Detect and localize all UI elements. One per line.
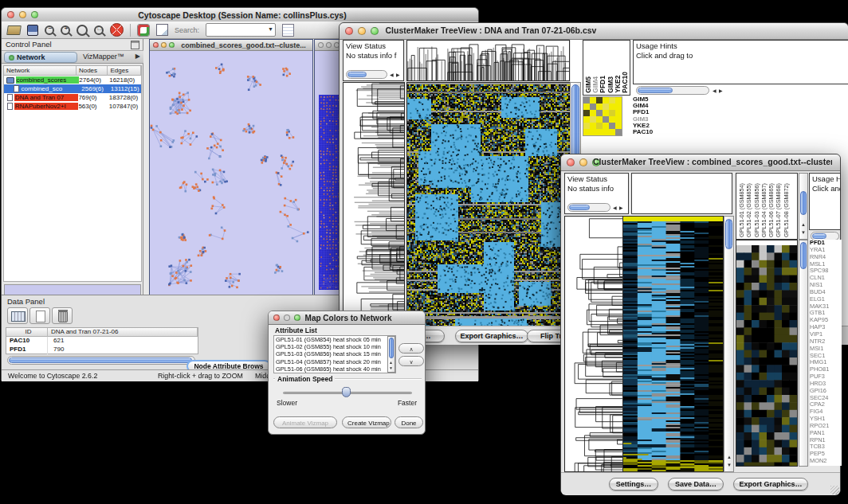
matrix-cell[interactable]	[583, 97, 590, 104]
gene-label[interactable]: PAC10	[633, 129, 653, 135]
network-view-canvas[interactable]	[150, 51, 312, 295]
matrix-cell[interactable]	[615, 104, 622, 110]
scrollbar-thumb[interactable]	[569, 205, 590, 210]
zoom-window-icon[interactable]	[294, 315, 300, 321]
network-tree-row[interactable]: combined_scores2764(0)16218(0)	[4, 76, 141, 84]
create-vizmap-button[interactable]: Create Vizmap	[342, 416, 391, 428]
view-status-hscrollbar[interactable]	[567, 203, 610, 212]
treeview1-correlation-matrix[interactable]	[583, 96, 622, 136]
matrix-cell[interactable]	[590, 123, 596, 129]
scroll-left-icon[interactable]: ◀	[613, 205, 617, 211]
gene-label[interactable]: MON2	[810, 458, 842, 465]
matrix-cell[interactable]	[603, 104, 609, 110]
column-header-nodes[interactable]: Nodes	[77, 66, 108, 76]
save-data-button[interactable]: Save Data…	[668, 478, 724, 490]
export-graphics-button[interactable]: Export Graphics…	[455, 330, 528, 342]
scroll-down-icon[interactable]: ▼	[801, 229, 806, 236]
network-frame-1[interactable]: combined_scores_good.txt--cluste...	[149, 39, 313, 295]
zoom-fit-icon[interactable]	[77, 25, 88, 36]
main-titlebar[interactable]: Cytoscape Desktop (Session Name: collins…	[2, 8, 478, 22]
attribute-list-item[interactable]: GPL51-03 (GSM856) heat shock 15 min	[274, 350, 395, 357]
resize-grip[interactable]	[830, 486, 839, 494]
attribute-list-item[interactable]: GPL51-02 (GSM855) heat shock 10 min	[274, 343, 395, 350]
treeview2-gene-labels[interactable]: PFD1YRA1RNR4MSL1SPC98CLN1NIS1BUD4ELG1MAK…	[810, 240, 842, 466]
open-folder-icon[interactable]	[6, 25, 22, 35]
scroll-up-icon[interactable]: ▲	[801, 221, 806, 228]
matrix-cell[interactable]	[583, 110, 590, 116]
matrix-cell[interactable]	[590, 110, 596, 116]
animate-vizmap-button[interactable]: Animate Vizmap	[273, 416, 337, 428]
matrix-cell[interactable]	[590, 104, 596, 110]
close-icon[interactable]	[567, 158, 575, 166]
minimize-icon[interactable]	[579, 158, 587, 166]
tab-vizmapper[interactable]: VizMapper™	[83, 53, 124, 61]
float-panel-icon[interactable]	[131, 41, 139, 49]
treeview2-heatmap[interactable]	[622, 216, 724, 472]
close-icon[interactable]	[273, 315, 280, 321]
zoom-selected-icon[interactable]: □	[94, 25, 104, 35]
column-header-edges[interactable]: Edges	[108, 66, 141, 76]
matrix-cell[interactable]	[596, 129, 603, 135]
matrix-cell[interactable]	[596, 97, 603, 104]
attribute-list-item[interactable]: GPL51-04 (GSM857) heat shock 20 min	[274, 358, 395, 365]
export-graphics-button[interactable]: Export Graphics…	[733, 478, 808, 490]
import-table-icon[interactable]	[282, 24, 294, 37]
move-down-button[interactable]: ∨	[398, 356, 424, 366]
matrix-cell[interactable]	[583, 104, 590, 110]
matrix-cell[interactable]	[590, 116, 596, 123]
close-icon[interactable]	[153, 42, 159, 48]
attribute-list-vscrollbar[interactable]: ▲ ▼	[387, 336, 395, 373]
scrollbar-thumb[interactable]	[725, 219, 732, 249]
scrollbar-thumb[interactable]	[389, 338, 394, 358]
more-tabs-arrow-icon[interactable]: ▶	[135, 53, 140, 60]
tab-network[interactable]: Network	[4, 52, 77, 63]
matrix-cell[interactable]	[583, 116, 590, 123]
treeview2-labels-vscrollbar[interactable]: ▲ ▼	[799, 173, 808, 240]
scrollbar-thumb[interactable]	[347, 72, 367, 77]
scroll-down-icon[interactable]: ▼	[727, 462, 732, 468]
matrix-cell[interactable]	[609, 97, 615, 104]
matrix-cell[interactable]	[609, 129, 615, 135]
scroll-right-icon[interactable]: ▶	[396, 72, 400, 78]
minimize-icon[interactable]	[326, 42, 332, 48]
settings-button[interactable]: Settings…	[609, 478, 658, 490]
matrix-cell[interactable]	[590, 97, 596, 104]
zoom-window-icon[interactable]	[169, 42, 175, 48]
scroll-right-icon[interactable]: ▶	[619, 205, 623, 211]
matrix-cell[interactable]	[609, 116, 615, 123]
matrix-cell[interactable]	[596, 110, 603, 116]
treeview1-titlebar[interactable]: ClusterMaker TreeView : DNA and Tran 07-…	[340, 23, 848, 40]
frame1-titlebar[interactable]: combined_scores_good.txt--cluste...	[150, 40, 312, 51]
treeview2-zoom-heatmap[interactable]	[736, 240, 798, 467]
delete-attribute-trash-icon[interactable]	[52, 307, 73, 324]
network-tree-row[interactable]: combined_sco2569(6)13112(15)	[4, 84, 141, 93]
minimize-icon[interactable]	[284, 315, 290, 321]
vizmapper-icon[interactable]	[137, 24, 150, 37]
slider-thumb[interactable]	[342, 387, 351, 397]
treeview1-gene-dendrogram[interactable]	[343, 82, 405, 331]
matrix-cell[interactable]	[583, 123, 590, 129]
matrix-cell[interactable]	[596, 123, 603, 129]
zoom-in-icon[interactable]: +	[61, 25, 70, 35]
attribute-list-item[interactable]: GPL51-07 (GSM868) heat shock 60 min	[274, 373, 395, 373]
network-tree-row[interactable]: DNA and Tran 07769(0)183728(0)	[4, 93, 141, 102]
matrix-cell[interactable]	[596, 104, 603, 110]
treeview1-array-dendrogram[interactable]	[406, 40, 570, 81]
scroll-left-icon[interactable]: ◀	[713, 88, 716, 94]
dialog-titlebar[interactable]: Map Colors to Network	[269, 311, 425, 325]
data-panel-hscrollbar[interactable]	[7, 356, 195, 365]
close-icon[interactable]	[318, 42, 324, 48]
close-icon[interactable]	[345, 27, 353, 35]
matrix-cell[interactable]	[615, 116, 622, 123]
scrollbar-thumb[interactable]	[9, 357, 192, 363]
treeview2-zoom-vscrollbar[interactable]	[799, 240, 808, 467]
matrix-cell[interactable]	[583, 129, 590, 135]
treeview2-gene-dendrogram[interactable]	[564, 216, 623, 472]
help-lifesaver-icon[interactable]	[110, 23, 124, 37]
scrollbar-thumb[interactable]	[800, 191, 807, 215]
matrix-cell[interactable]	[603, 97, 609, 104]
matrix-cell[interactable]	[615, 129, 622, 135]
save-icon[interactable]	[27, 25, 38, 36]
matrix-cell[interactable]	[603, 129, 609, 135]
new-attribute-icon[interactable]	[29, 307, 50, 324]
